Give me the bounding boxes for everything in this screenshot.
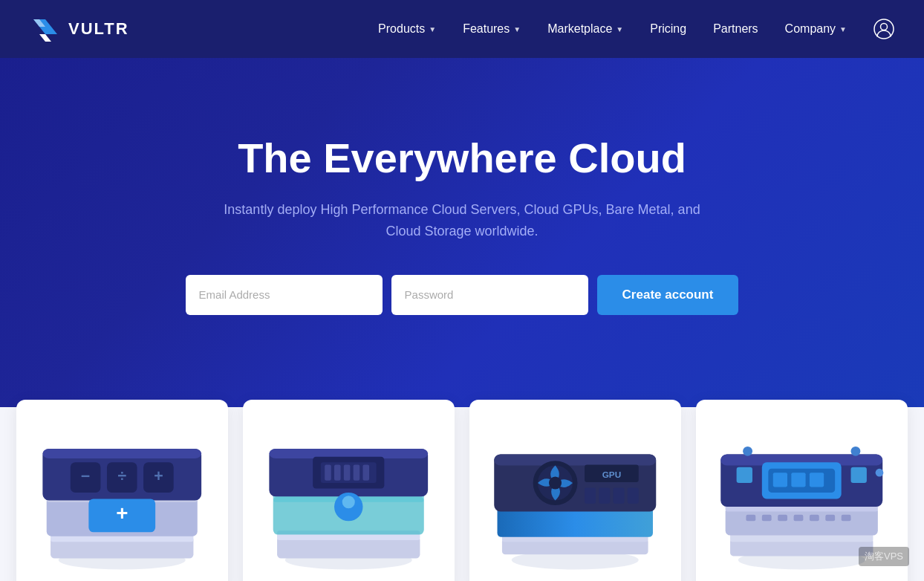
logo-text: VULTR [68, 19, 129, 39]
svg-rect-61 [792, 473, 806, 487]
svg-rect-71 [794, 515, 804, 522]
svg-text:+: + [154, 467, 163, 485]
svg-rect-30 [334, 464, 341, 480]
svg-rect-63 [737, 467, 752, 482]
svg-rect-11 [43, 449, 202, 458]
cards-row: − ÷ + + [16, 400, 908, 581]
marketplace-chevron-icon: ▼ [616, 25, 623, 33]
svg-rect-50 [628, 487, 639, 503]
svg-rect-74 [842, 515, 851, 522]
features-chevron-icon: ▼ [513, 25, 521, 33]
svg-point-44 [549, 476, 562, 489]
svg-point-4 [881, 24, 888, 30]
cloud-server-illustration: − ÷ + + [16, 400, 228, 581]
svg-point-35 [342, 496, 355, 508]
hero-section: The Everywhere Cloud Instantly deploy Hi… [0, 58, 924, 407]
logo-link[interactable]: VULTR [30, 13, 129, 45]
signup-form: Create account [186, 275, 739, 315]
nav-marketplace[interactable]: Marketplace ▼ [536, 15, 635, 43]
svg-marker-1 [39, 34, 51, 42]
block-storage-card[interactable] [243, 400, 455, 581]
svg-rect-68 [746, 515, 756, 522]
svg-point-66 [851, 447, 861, 456]
svg-rect-32 [354, 464, 360, 480]
svg-rect-70 [778, 515, 787, 522]
block-storage-illustration [243, 400, 455, 581]
hero-title: The Everywhere Cloud [238, 135, 686, 181]
products-chevron-icon: ▼ [429, 25, 436, 33]
svg-rect-60 [773, 473, 787, 487]
svg-text:GPU: GPU [602, 469, 621, 478]
nav-pricing[interactable]: Pricing [638, 15, 698, 43]
nav-products[interactable]: Products ▼ [366, 15, 448, 43]
create-account-button[interactable]: Create account [597, 275, 739, 315]
svg-rect-29 [325, 464, 331, 480]
password-input[interactable] [391, 275, 588, 315]
svg-rect-72 [810, 515, 819, 522]
nav-partners[interactable]: Partners [701, 15, 770, 43]
svg-point-67 [876, 469, 884, 477]
vultr-logo-icon [30, 13, 61, 45]
nav-menu: Products ▼ Features ▼ Marketplace ▼ Pric… [366, 15, 859, 43]
svg-rect-31 [344, 464, 351, 480]
svg-rect-64 [851, 467, 867, 482]
svg-rect-69 [762, 515, 772, 522]
svg-rect-48 [599, 487, 611, 503]
user-account-icon[interactable] [873, 19, 894, 39]
svg-rect-33 [363, 464, 370, 480]
svg-text:+: + [116, 502, 128, 525]
svg-rect-73 [826, 515, 836, 522]
svg-rect-62 [810, 473, 824, 487]
email-input[interactable] [186, 275, 383, 315]
svg-rect-41 [494, 454, 656, 465]
cloud-gpu-card[interactable]: GPU [469, 400, 681, 581]
watermark: 淘客VPS [859, 547, 909, 566]
hero-subtitle: Instantly deploy High Performance Cloud … [209, 199, 715, 242]
svg-rect-49 [614, 487, 625, 503]
nav-features[interactable]: Features ▼ [451, 15, 533, 43]
cloud-gpu-illustration: GPU [469, 400, 681, 581]
navbar: VULTR Products ▼ Features ▼ Marketplace … [0, 0, 924, 58]
svg-point-65 [743, 447, 752, 456]
svg-rect-47 [585, 487, 596, 503]
cloud-server-card[interactable]: − ÷ + + [16, 400, 228, 581]
svg-text:÷: ÷ [118, 467, 127, 485]
nav-company[interactable]: Company ▼ [773, 15, 859, 43]
svg-text:−: − [81, 467, 90, 485]
product-cards-section: − ÷ + + [0, 407, 924, 581]
company-chevron-icon: ▼ [839, 25, 847, 33]
